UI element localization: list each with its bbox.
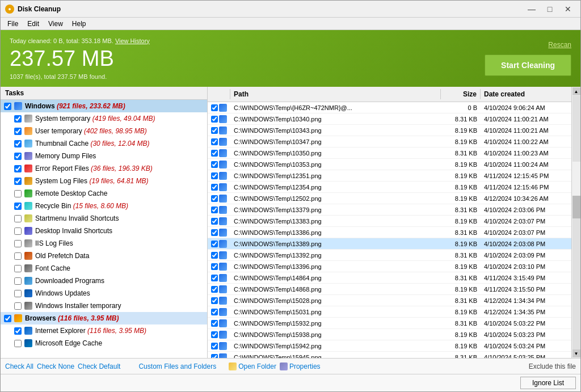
file-checkbox[interactable] <box>211 275 218 281</box>
file-row[interactable]: C:\WINDOWS\Temp\10347.png 8.19 KB 4/10/2… <box>208 136 571 147</box>
file-checkbox[interactable] <box>211 309 218 315</box>
file-checkbox[interactable] <box>211 195 218 202</box>
checkbox-win-installer[interactable] <box>14 302 22 310</box>
file-row[interactable]: C:\WINDOWS\Temp\13396.png 8.19 KB 4/10/2… <box>208 261 571 272</box>
open-folder-link[interactable]: Open Folder <box>238 363 276 370</box>
file-row[interactable]: C:\WINDOWS\Temp\10340.png 8.31 KB 4/10/2… <box>208 113 571 125</box>
file-checkbox[interactable] <box>211 206 218 213</box>
checkbox-thumb-cache[interactable] <box>14 140 22 147</box>
task-recycle-bin[interactable]: Recycle Bin (15 files, 8.60 MB) <box>1 200 207 212</box>
task-downloaded-programs[interactable]: Downloaded Programs <box>1 275 207 287</box>
file-checkbox[interactable] <box>211 127 218 134</box>
checkbox-memory-dump[interactable] <box>14 153 22 160</box>
task-ie[interactable]: Internet Explorer (116 files, 3.95 MB) <box>1 324 207 337</box>
task-browsers[interactable]: Browsers (116 files, 3.95 MB) <box>1 312 207 324</box>
properties-link[interactable]: Properties <box>289 363 321 370</box>
task-desktop[interactable]: Desktop Invalid Shortcuts <box>1 225 207 237</box>
file-checkbox[interactable] <box>211 150 218 157</box>
checkbox-old-prefetch[interactable] <box>14 252 22 260</box>
file-row[interactable]: C:\WINDOWS\Temp\12354.png 8.19 KB 4/11/2… <box>208 182 571 193</box>
file-row[interactable]: C:\WINDOWS\Temp\15938.png 8.19 KB 4/10/2… <box>208 329 571 340</box>
file-row[interactable]: C:\WINDOWS\Temp\12502.png 8.19 KB 4/12/2… <box>208 193 571 204</box>
file-checkbox[interactable] <box>211 297 218 304</box>
task-old-prefetch[interactable]: Old Prefetch Data <box>1 250 207 262</box>
checkbox-error-report[interactable] <box>14 165 22 172</box>
task-memory-dump[interactable]: Memory Dump Files <box>1 150 207 162</box>
checkbox-windows[interactable] <box>4 103 11 110</box>
checkbox-edge-cache[interactable] <box>14 340 22 347</box>
file-checkbox[interactable] <box>211 172 218 179</box>
file-checkbox[interactable] <box>211 241 218 247</box>
checkbox-downloaded-programs[interactable] <box>14 277 22 285</box>
file-checkbox[interactable] <box>211 161 218 168</box>
checkbox-iis-log[interactable] <box>14 240 22 247</box>
ignore-list-button[interactable]: Ignore List <box>520 377 576 389</box>
close-button[interactable]: ✕ <box>560 3 576 15</box>
checkbox-browsers[interactable] <box>4 315 11 322</box>
checkbox-recycle-bin[interactable] <box>14 203 22 210</box>
task-sys-temp[interactable]: System temporary (419 files, 49.04 MB) <box>1 112 207 125</box>
check-all-link[interactable]: Check All <box>5 363 33 370</box>
checkbox-remote-desktop[interactable] <box>14 190 22 197</box>
file-row[interactable]: C:\WINDOWS\Temp\15942.png 8.19 KB 4/10/2… <box>208 340 571 352</box>
file-row[interactable]: C:\WINDOWS\Temp\14864.png 8.31 KB 4/11/2… <box>208 272 571 284</box>
file-checkbox[interactable] <box>211 229 218 236</box>
file-checkbox[interactable] <box>211 104 218 111</box>
file-row[interactable]: C:\WINDOWS\Temp\13383.png 8.19 KB 4/10/2… <box>208 216 571 227</box>
task-edge-cache[interactable]: Microsoft Edge Cache <box>1 337 207 349</box>
task-sys-log[interactable]: System Log Files (19 files, 64.81 MB) <box>1 175 207 187</box>
file-checkbox[interactable] <box>211 218 218 225</box>
task-iis-log[interactable]: IIS Log Files <box>1 237 207 250</box>
task-user-temp[interactable]: User temporary (402 files, 98.95 MB) <box>1 125 207 137</box>
view-history-link[interactable]: View History <box>115 37 150 44</box>
file-row[interactable]: C:\WINDOWS\Temp\12351.png 8.19 KB 4/11/2… <box>208 170 571 182</box>
scrollbar[interactable]: ▲ ▼ <box>571 87 580 358</box>
task-windows-updates[interactable]: Windows Updates <box>1 287 207 300</box>
file-row[interactable]: C:\WINDOWS\Temp\14868.png 8.19 KB 4/11/2… <box>208 284 571 295</box>
checkbox-desktop[interactable] <box>14 227 22 235</box>
file-row[interactable]: C:\WINDOWS\Temp\13389.png 8.19 KB 4/10/2… <box>208 238 571 250</box>
file-checkbox[interactable] <box>211 354 218 359</box>
minimize-button[interactable]: — <box>524 3 540 15</box>
task-startmenu[interactable]: Startmenu Invalid Shortcuts <box>1 212 207 225</box>
checkbox-startmenu[interactable] <box>14 215 22 222</box>
file-row[interactable]: C:\WINDOWS\Temp\15932.png 8.31 KB 4/10/2… <box>208 318 571 329</box>
file-row[interactable]: C:\WINDOWS\Temp\{H6ZR~472NMR}@... 0 B 4/… <box>208 102 571 113</box>
file-row[interactable]: C:\WINDOWS\Temp\10353.png 8.19 KB 4/10/2… <box>208 159 571 170</box>
task-font-cache[interactable]: Font Cache <box>1 262 207 275</box>
exclude-file-link[interactable]: Exclude this file <box>529 363 576 370</box>
file-checkbox[interactable] <box>211 116 218 123</box>
menu-file[interactable]: File <box>3 19 23 29</box>
file-checkbox[interactable] <box>211 286 218 293</box>
task-windows[interactable]: Windows (921 files, 233.62 MB) <box>1 100 207 112</box>
file-checkbox[interactable] <box>211 263 218 270</box>
menu-edit[interactable]: Edit <box>23 19 44 29</box>
task-win-installer[interactable]: Windows Installer temporary <box>1 300 207 312</box>
file-row[interactable]: C:\WINDOWS\Temp\13379.png 8.31 KB 4/10/2… <box>208 204 571 216</box>
maximize-button[interactable]: □ <box>542 3 558 15</box>
checkbox-sys-log[interactable] <box>14 178 22 185</box>
file-checkbox[interactable] <box>211 320 218 327</box>
file-row[interactable]: C:\WINDOWS\Temp\15031.png 8.19 KB 4/12/2… <box>208 306 571 318</box>
file-row[interactable]: C:\WINDOWS\Temp\13392.png 8.31 KB 4/10/2… <box>208 250 571 261</box>
file-row[interactable]: C:\WINDOWS\Temp\15028.png 8.31 KB 4/12/2… <box>208 295 571 306</box>
checkbox-sys-temp[interactable] <box>14 115 22 123</box>
file-row[interactable]: C:\WINDOWS\Temp\10350.png 8.31 KB 4/10/2… <box>208 147 571 159</box>
checkbox-user-temp[interactable] <box>14 128 22 135</box>
custom-files-link[interactable]: Custom Files and Folders <box>138 363 216 370</box>
task-error-report[interactable]: Error Report Files (36 files, 196.39 KB) <box>1 162 207 175</box>
task-thumb-cache[interactable]: Thumbnail Cache (30 files, 12.04 MB) <box>1 137 207 150</box>
menu-help[interactable]: Help <box>68 19 91 29</box>
file-checkbox[interactable] <box>211 138 218 145</box>
menu-view[interactable]: View <box>44 19 68 29</box>
file-row[interactable]: C:\WINDOWS\Temp\10343.png 8.19 KB 4/10/2… <box>208 125 571 136</box>
file-checkbox[interactable] <box>211 184 218 191</box>
rescan-link[interactable]: Rescan <box>548 41 571 49</box>
file-checkbox[interactable] <box>211 343 218 349</box>
checkbox-font-cache[interactable] <box>14 265 22 272</box>
task-remote-desktop[interactable]: Remote Desktop Cache <box>1 187 207 200</box>
file-checkbox[interactable] <box>211 252 218 259</box>
file-row[interactable]: C:\WINDOWS\Temp\13386.png 8.31 KB 4/10/2… <box>208 227 571 238</box>
start-cleaning-button[interactable]: Start Cleaning <box>485 54 571 76</box>
check-none-link[interactable]: Check None <box>37 363 74 370</box>
